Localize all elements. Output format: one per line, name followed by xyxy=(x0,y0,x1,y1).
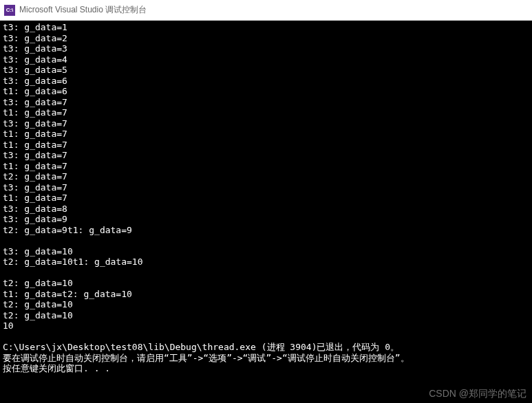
console-output: t3: g_data=1 t3: g_data=2 t3: g_data=3 t… xyxy=(0,21,532,403)
app-icon: C:\ xyxy=(4,5,15,16)
window-title: Microsoft Visual Studio 调试控制台 xyxy=(19,4,147,16)
window-title-bar[interactable]: C:\ Microsoft Visual Studio 调试控制台 xyxy=(0,0,532,21)
